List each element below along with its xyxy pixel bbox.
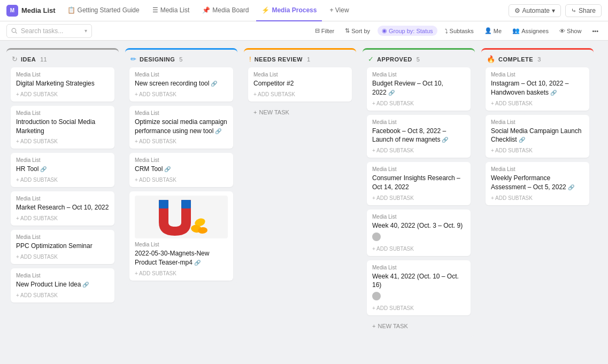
add-subtask-button[interactable]: + ADD SUBTASK	[372, 100, 465, 106]
tab-media-process[interactable]: ⚡ Media Process	[256, 0, 322, 21]
svg-point-0	[12, 28, 16, 33]
task-card[interactable]: Media ListBudget Review – Oct 10, 2022🔗+…	[367, 67, 471, 111]
toolbar: Search tasks... ▾ ⊟ Filter ⇅ Sort by ◉ G…	[0, 21, 608, 41]
card-link-icon: 🔗	[215, 128, 221, 134]
add-subtask-button[interactable]: + ADD SUBTASK	[372, 246, 465, 252]
task-card[interactable]: Media ListIntroduction to Social Media M…	[11, 106, 114, 149]
task-card[interactable]: Media ListWeekly Performance Assessment …	[486, 162, 589, 205]
tab-view[interactable]: + View	[324, 0, 354, 21]
add-subtask-button[interactable]: + ADD SUBTASK	[253, 91, 347, 97]
task-card[interactable]: Media ListCompetitor #2+ ADD SUBTASK	[248, 67, 352, 102]
automate-icon: ⚙	[514, 7, 520, 14]
col-status-icon-idea: ↻	[12, 55, 18, 63]
new-task-button[interactable]: + NEW TASK	[367, 320, 471, 332]
search-placeholder: Search tasks...	[21, 27, 63, 35]
assignees-button[interactable]: 👥 Assignees	[509, 26, 552, 36]
card-list-label: Media List	[135, 72, 228, 78]
card-list-label: Media List	[16, 72, 109, 78]
card-title: Social Media Campaign Launch Checklist🔗	[491, 127, 584, 145]
search-icon	[11, 28, 18, 34]
col-body-needs-review: Media ListCompetitor #2+ ADD SUBTASK+ NE…	[244, 67, 356, 123]
card-link-icon: 🔗	[194, 260, 201, 266]
show-button[interactable]: 👁 Show	[556, 26, 585, 36]
add-subtask-button[interactable]: + ADD SUBTASK	[491, 148, 584, 153]
task-card[interactable]: Media ListSocial Media Campaign Launch C…	[486, 115, 589, 158]
add-subtask-button[interactable]: + ADD SUBTASK	[135, 270, 228, 276]
show-icon: 👁	[559, 28, 565, 34]
card-badge	[372, 233, 381, 241]
add-subtask-button[interactable]: + ADD SUBTASK	[16, 177, 109, 183]
card-list-label: Media List	[16, 196, 109, 202]
column-needs-review: !NEEDS REVIEW1Media ListCompetitor #2+ A…	[244, 48, 356, 123]
add-subtask-button[interactable]: + ADD SUBTASK	[16, 91, 109, 97]
col-body-complete: Media ListInstagram – Oct 10, 2022 – Han…	[481, 67, 594, 210]
task-card[interactable]: Media List2022-05-30-Magnets-New Product…	[129, 191, 233, 281]
card-title: PPC Optimization Seminar	[16, 242, 109, 251]
add-subtask-button[interactable]: + ADD SUBTASK	[491, 195, 584, 201]
card-title: Digital Marketing Strategies	[16, 79, 109, 88]
card-link-icon: 🔗	[568, 184, 574, 190]
col-count-needs-review: 1	[307, 56, 310, 63]
app-logo: M Media List	[6, 5, 56, 17]
task-card[interactable]: Media ListHR Tool🔗+ ADD SUBTASK	[11, 153, 114, 187]
add-subtask-button[interactable]: + ADD SUBTASK	[491, 100, 584, 106]
tab-media-board[interactable]: 📌 Media Board	[197, 0, 254, 21]
task-card[interactable]: Media ListInstagram – Oct 10, 2022 – Han…	[486, 67, 589, 111]
card-list-label: Media List	[135, 110, 228, 116]
group-by-button[interactable]: ◉ Group by: Status	[378, 26, 437, 36]
add-subtask-button[interactable]: + ADD SUBTASK	[135, 91, 228, 97]
sort-by-button[interactable]: ⇅ Sort by	[342, 26, 373, 36]
add-subtask-button[interactable]: + ADD SUBTASK	[16, 292, 109, 298]
task-card[interactable]: Media ListDigital Marketing Strategies+ …	[11, 67, 114, 102]
task-card[interactable]: Media ListFacebook – Oct 8, 2022 – Launc…	[367, 115, 471, 158]
task-card[interactable]: Media ListConsumer Insights Research – O…	[367, 162, 471, 205]
card-list-label: Media List	[16, 110, 109, 116]
card-list-label: Media List	[372, 72, 465, 78]
card-link-icon: 🔗	[211, 81, 217, 87]
card-title: Budget Review – Oct 10, 2022🔗	[372, 79, 465, 97]
col-title-needs-review: NEEDS REVIEW	[255, 56, 303, 63]
sort-icon: ⇅	[345, 27, 350, 34]
add-subtask-button[interactable]: + ADD SUBTASK	[372, 305, 465, 311]
me-button[interactable]: 👤 Me	[481, 26, 505, 36]
add-subtask-button[interactable]: + ADD SUBTASK	[135, 177, 228, 183]
add-subtask-button[interactable]: + ADD SUBTASK	[16, 138, 109, 144]
new-task-button[interactable]: + NEW TASK	[248, 106, 352, 119]
automate-button[interactable]: ⚙ Automate ▾	[509, 4, 561, 17]
task-card[interactable]: Media ListCRM Tool🔗+ ADD SUBTASK	[129, 153, 233, 187]
task-card[interactable]: Media ListNew screen recording tool🔗+ AD…	[129, 67, 233, 102]
task-card[interactable]: Media ListMarket Research – Oct 10, 2022…	[11, 191, 114, 226]
task-card[interactable]: Media ListWeek 40, 2022 (Oct. 3 – Oct. 9…	[367, 210, 471, 256]
add-subtask-button[interactable]: + ADD SUBTASK	[16, 254, 109, 260]
card-list-label: Media List	[372, 214, 465, 220]
more-options-button[interactable]: •••	[589, 26, 602, 36]
share-button[interactable]: ⤷ Share	[565, 4, 602, 17]
add-subtask-button[interactable]: + ADD SUBTASK	[372, 195, 465, 201]
column-designing: ✏DESIGNING5Media ListNew screen recordin…	[125, 48, 237, 285]
card-list-label: Media List	[372, 265, 465, 270]
card-list-label: Media List	[372, 166, 465, 172]
card-title: 2022-05-30-Magnets-New Product Teaser-mp…	[135, 249, 228, 267]
task-card[interactable]: Media ListPPC Optimization Seminar+ ADD …	[11, 230, 114, 264]
add-subtask-button[interactable]: + ADD SUBTASK	[135, 138, 228, 144]
search-box[interactable]: Search tasks... ▾	[6, 24, 92, 38]
group-icon: ◉	[382, 27, 387, 34]
task-card[interactable]: Media ListNew Product Line Idea🔗+ ADD SU…	[11, 268, 114, 303]
card-link-icon: 🔗	[519, 137, 525, 143]
app-logo-icon: M	[6, 5, 18, 17]
tab-media-process-label: Media Process	[272, 6, 317, 14]
col-header-idea: ↻IDEA11	[6, 48, 119, 67]
task-card[interactable]: Media ListOptimize social media campaign…	[129, 106, 233, 149]
tab-media-board-icon: 📌	[202, 6, 210, 14]
filter-button[interactable]: ⊟ Filter	[312, 26, 337, 36]
task-card[interactable]: Media ListWeek 41, 2022 (Oct. 10 – Oct. …	[367, 260, 471, 316]
tab-media-list[interactable]: ☰ Media List	[147, 0, 195, 21]
add-subtask-button[interactable]: + ADD SUBTASK	[372, 148, 465, 153]
tab-getting-started[interactable]: 📋 Getting Started Guide	[62, 0, 145, 21]
card-title: Facebook – Oct 8, 2022 – Launch of new m…	[372, 127, 465, 145]
add-subtask-button[interactable]: + ADD SUBTASK	[16, 215, 109, 221]
card-title: New screen recording tool🔗	[135, 79, 228, 88]
card-title: Optimize social media campaign performan…	[135, 118, 228, 136]
subtasks-button[interactable]: ⤵ Subtasks	[442, 26, 477, 36]
card-link-icon: 🔗	[164, 166, 171, 172]
